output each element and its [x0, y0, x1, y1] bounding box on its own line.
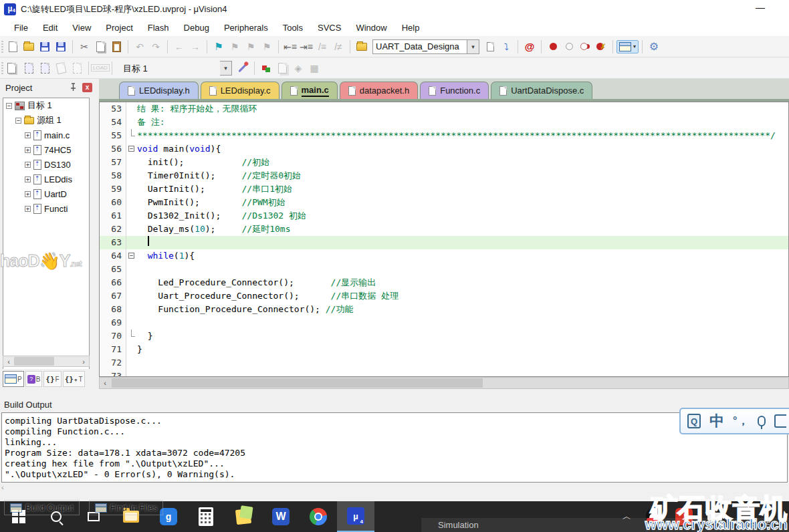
fold-margin[interactable] [126, 102, 137, 116]
tree-expand-box[interactable]: + [25, 132, 31, 138]
fold-margin[interactable] [126, 289, 137, 303]
editor-hscrollbar[interactable]: ‹ [99, 377, 789, 389]
find-in-files-icon[interactable] [354, 39, 370, 55]
tree-expand-box[interactable]: + [25, 206, 31, 212]
bookmark-clear-button[interactable]: ⚑ [259, 39, 275, 55]
chrome-button[interactable] [300, 501, 337, 532]
project-tree[interactable]: − 目标 1 − 源组 1 + main.c + 74HC5 + DS130 +… [3, 98, 90, 373]
comment-button[interactable]: /≡ [314, 39, 330, 55]
insert-breakpoint-button[interactable] [545, 39, 561, 55]
fold-margin[interactable] [126, 263, 137, 276]
fold-margin[interactable] [126, 370, 137, 377]
fold-margin[interactable] [126, 209, 137, 223]
fold-margin[interactable]: − [126, 249, 137, 263]
indent-button[interactable]: ⇤≡ [282, 39, 298, 55]
search-combo-value[interactable]: UART_Data_Designa [372, 39, 467, 54]
kill-all-breakpoints-button[interactable]: ✗ [593, 39, 609, 55]
undo-button[interactable]: ↶ [132, 39, 148, 55]
translate-button[interactable]: ▼ [5, 60, 21, 76]
tree-expand-box[interactable]: + [25, 147, 31, 153]
bookmark-toggle-button[interactable]: ⚑ [211, 39, 227, 55]
menu-svcs[interactable]: SVCS [310, 21, 348, 35]
navigate-back-button[interactable]: ← [171, 39, 187, 55]
target-combo-value[interactable]: 目标 1 [120, 61, 220, 76]
tree-item[interactable]: − 目标 1 [3, 98, 89, 113]
download-button[interactable]: LOAD [92, 60, 108, 76]
batch-build-button[interactable] [53, 60, 69, 76]
tree-item[interactable]: + LEDdis [3, 172, 89, 186]
tree-expand-box[interactable]: + [25, 176, 31, 182]
rebuild-all-button[interactable] [37, 60, 53, 76]
target-combo-dropdown[interactable]: ▾ [220, 61, 232, 76]
save-button[interactable] [37, 39, 53, 55]
editor-hscroll-thumb[interactable] [112, 378, 483, 388]
redo-button[interactable]: ↷ [148, 39, 164, 55]
menu-flash[interactable]: Flash [140, 21, 177, 35]
tab-main.c[interactable]: main.c [281, 82, 338, 99]
build-button[interactable] [21, 60, 37, 76]
fold-margin[interactable]: − [126, 142, 137, 156]
books-tab[interactable]: ?B [25, 371, 43, 387]
bookmark-next-button[interactable]: ⚑ [243, 39, 259, 55]
menu-project[interactable]: Project [98, 21, 140, 35]
stop-build-button[interactable] [69, 60, 85, 76]
minimize-button[interactable]: — [745, 0, 776, 17]
sticky-notes-button[interactable] [225, 501, 262, 532]
ime-dictionary-icon[interactable]: Q [687, 414, 701, 428]
fold-margin[interactable] [126, 223, 137, 236]
word-app-button[interactable]: W [262, 501, 300, 532]
tab-find-in-files[interactable]: Find In Files [89, 500, 164, 515]
paste-icon[interactable] [108, 39, 124, 55]
tab-function.c[interactable]: Function.c [420, 82, 489, 99]
ime-punctuation-icon[interactable]: °， [733, 414, 749, 428]
fold-margin[interactable] [126, 169, 137, 182]
search-at-button[interactable]: @ [522, 39, 538, 55]
tab-uartdatadispose.c[interactable]: UartDataDispose.c [491, 82, 592, 99]
functions-tab[interactable]: {}F [43, 371, 61, 387]
new-file-button[interactable] [5, 39, 21, 55]
menu-debug[interactable]: Debug [177, 21, 217, 35]
cut-icon[interactable]: ✂ [76, 39, 92, 55]
tree-expand-box[interactable]: + [25, 191, 31, 197]
templates-tab[interactable]: {}₊T [63, 371, 85, 387]
tree-expand-box[interactable]: − [6, 103, 12, 109]
tree-item[interactable]: − 源组 1 [3, 113, 89, 128]
menu-peripherals[interactable]: Peripherals [217, 21, 275, 35]
enable-disable-breakpoint-button[interactable] [561, 39, 577, 55]
menu-tools[interactable]: Tools [275, 21, 310, 35]
menu-window[interactable]: Window [348, 21, 394, 35]
pin-icon[interactable] [69, 83, 78, 92]
target-options-wand-icon[interactable] [235, 60, 251, 76]
tree-item[interactable]: + main.c [3, 128, 89, 142]
tree-item[interactable]: + UartD [3, 186, 89, 201]
tree-expand-box[interactable]: − [15, 118, 21, 124]
tree-item[interactable]: + DS130 [3, 157, 89, 172]
file-extensions-button[interactable] [274, 60, 290, 76]
tree-item[interactable]: + 74HC5 [3, 142, 89, 157]
windows-layout-button[interactable]: ▾ [616, 40, 639, 53]
build-output-console[interactable]: compiling UartDataDispose.c...compiling … [1, 412, 788, 483]
build-output-scroll-arrow[interactable]: ‹ [1, 483, 4, 491]
project-tab[interactable]: P [3, 371, 24, 387]
fold-margin[interactable] [126, 116, 137, 129]
fold-margin[interactable] [126, 182, 137, 196]
calculator-button[interactable] [187, 501, 225, 532]
menu-file[interactable]: File [7, 21, 35, 35]
tree-expand-box[interactable]: + [25, 162, 31, 168]
incremental-find-button[interactable]: ⤵ [498, 39, 514, 55]
project-hscroll-thumb[interactable] [14, 357, 54, 366]
target-combo[interactable]: 目标 1 ▾ [120, 61, 232, 76]
uvision-taskbar-button[interactable]: µ4 [337, 501, 374, 532]
copy-icon[interactable] [92, 39, 108, 55]
fold-margin[interactable] [126, 236, 137, 249]
fold-margin[interactable] [126, 276, 137, 289]
project-panel-close-button[interactable]: x [82, 83, 92, 92]
find-next-button[interactable] [482, 39, 498, 55]
tree-item[interactable]: + Functi [3, 201, 89, 216]
fold-margin[interactable] [126, 303, 137, 316]
save-all-button[interactable] [53, 39, 69, 55]
menu-view[interactable]: View [65, 21, 98, 35]
configure-wrench-icon[interactable]: ⚙ [646, 39, 662, 55]
search-combo[interactable]: UART_Data_Designa ▾ [372, 39, 479, 54]
ime-microphone-icon[interactable] [758, 416, 766, 426]
